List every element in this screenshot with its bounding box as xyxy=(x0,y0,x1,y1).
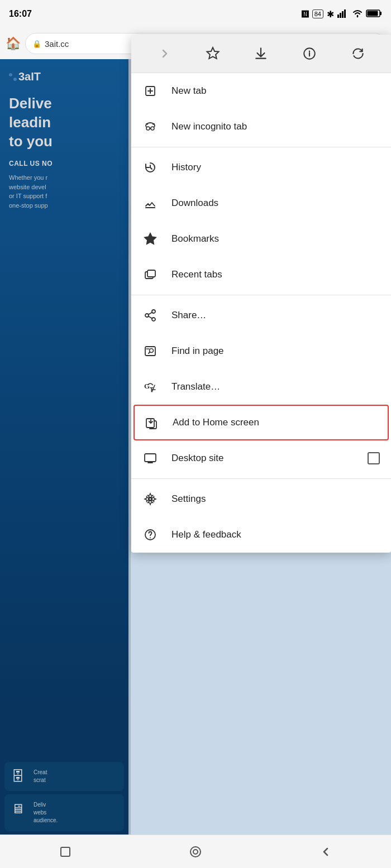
menu-toolbar xyxy=(131,35,391,73)
settings-label: Settings xyxy=(171,493,380,505)
recent-tabs-label: Recent tabs xyxy=(171,269,380,280)
svg-rect-5 xyxy=(380,12,382,15)
bottom-nav xyxy=(0,835,391,868)
menu-item-incognito[interactable]: New incognito tab xyxy=(131,109,391,145)
downloads-label: Downloads xyxy=(171,198,380,209)
download-button[interactable] xyxy=(249,41,273,66)
dim-overlay xyxy=(0,59,131,835)
nav-back-button[interactable] xyxy=(309,841,342,863)
svg-point-31 xyxy=(193,850,198,854)
nfc-icon: 🅽 xyxy=(302,10,309,18)
translate-label: Translate… xyxy=(171,381,380,392)
menu-item-settings[interactable]: Settings xyxy=(131,481,391,517)
menu-item-history[interactable]: History xyxy=(131,150,391,185)
forward-button[interactable] xyxy=(152,41,177,66)
svg-text:G: G xyxy=(144,382,150,390)
svg-point-30 xyxy=(190,847,201,857)
desktop-label: Desktop site xyxy=(171,453,354,464)
svg-rect-20 xyxy=(145,347,155,356)
divider-1 xyxy=(131,147,391,147)
svg-point-28 xyxy=(150,538,151,539)
incognito-label: New incognito tab xyxy=(171,121,380,132)
share-label: Share… xyxy=(171,310,380,321)
svg-rect-0 xyxy=(337,15,339,18)
divider-2 xyxy=(131,295,391,295)
svg-rect-2 xyxy=(342,11,344,18)
svg-marker-14 xyxy=(145,233,156,244)
share-icon xyxy=(142,308,158,323)
find-icon xyxy=(142,343,158,359)
svg-rect-12 xyxy=(146,123,148,125)
incognito-icon xyxy=(142,119,158,135)
history-icon xyxy=(142,160,158,175)
menu-item-help[interactable]: Help & feedback xyxy=(131,517,391,553)
history-label: History xyxy=(171,162,380,173)
translate-icon: G T xyxy=(142,379,158,395)
status-bar: 16:07 🅽 84 ✱ xyxy=(0,0,391,28)
svg-point-17 xyxy=(152,310,155,313)
svg-rect-16 xyxy=(147,270,155,277)
new-tab-icon xyxy=(142,83,158,99)
nav-home-button[interactable] xyxy=(179,841,212,863)
info-button[interactable] xyxy=(297,41,322,66)
url-text: 3ait.cc xyxy=(45,39,69,49)
svg-point-19 xyxy=(152,318,155,321)
status-icons: 🅽 84 ✱ xyxy=(302,9,382,20)
new-tab-label: New tab xyxy=(171,85,380,97)
menu-item-recent-tabs[interactable]: Recent tabs xyxy=(131,257,391,292)
menu-item-translate[interactable]: G T Translate… xyxy=(131,369,391,405)
divider-3 xyxy=(131,478,391,479)
add-home-icon xyxy=(144,415,159,430)
find-label: Find in page xyxy=(171,346,380,357)
home-button[interactable]: 🏠 xyxy=(6,36,21,51)
menu-item-find[interactable]: Find in page xyxy=(131,333,391,369)
bluetooth-icon: ✱ xyxy=(327,9,334,20)
recent-tabs-icon xyxy=(142,267,158,282)
downloads-icon xyxy=(142,195,158,211)
svg-rect-25 xyxy=(145,454,156,462)
signal-icon xyxy=(337,9,349,20)
svg-rect-6 xyxy=(368,11,378,16)
menu-item-share[interactable]: Share… xyxy=(131,298,391,333)
svg-point-11 xyxy=(151,127,154,130)
desktop-site-extra xyxy=(368,452,380,464)
menu-item-downloads[interactable]: Downloads xyxy=(131,185,391,221)
svg-rect-3 xyxy=(344,9,346,18)
star-button[interactable] xyxy=(201,41,225,66)
wifi-icon xyxy=(352,9,363,20)
help-icon xyxy=(142,527,158,543)
settings-icon xyxy=(142,491,158,507)
nav-recents-button[interactable] xyxy=(49,841,82,863)
menu-item-desktop[interactable]: Desktop site xyxy=(131,440,391,476)
add-home-label: Add to Home screen xyxy=(173,417,379,428)
help-label: Help & feedback xyxy=(171,529,380,540)
bookmarks-icon xyxy=(142,231,158,247)
bookmarks-label: Bookmarks xyxy=(171,233,380,244)
lock-icon: 🔒 xyxy=(32,40,41,48)
menu-item-new-tab[interactable]: New tab xyxy=(131,73,391,109)
refresh-button[interactable] xyxy=(346,41,370,66)
menu-item-add-home[interactable]: Add to Home screen xyxy=(133,405,389,440)
svg-rect-1 xyxy=(340,13,341,18)
dropdown-menu: New tab New incognito tab History xyxy=(131,35,391,553)
desktop-site-checkbox[interactable] xyxy=(368,452,380,464)
desktop-icon xyxy=(142,450,158,466)
battery-icon xyxy=(366,9,382,20)
menu-item-bookmarks[interactable]: Bookmarks xyxy=(131,221,391,257)
svg-rect-13 xyxy=(152,123,155,125)
battery-percent-icon: 84 xyxy=(312,9,323,18)
svg-point-18 xyxy=(145,314,149,317)
svg-point-10 xyxy=(146,127,150,130)
svg-rect-29 xyxy=(61,847,70,856)
status-time: 16:07 xyxy=(9,9,32,19)
